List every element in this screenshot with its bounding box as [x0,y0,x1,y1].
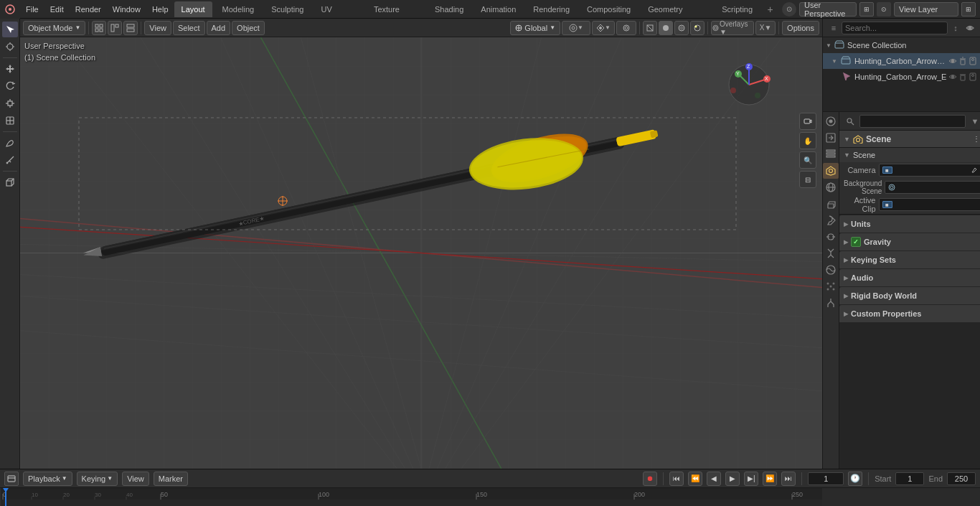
shading-solid[interactable] [659,21,673,35]
options-btn[interactable]: Options [782,21,819,35]
bg-scene-field[interactable] [885,181,980,194]
viewport-ctrl-hand[interactable]: ✋ [799,132,816,149]
prop-tab-data[interactable] [823,245,839,261]
tab-modeling[interactable]: Modeling [215,1,262,17]
view-layer-selector[interactable]: View Layer [894,2,958,17]
object-mode-dropdown[interactable]: Object Mode ▼ [23,21,85,35]
viewport-ctrl-unknown[interactable]: ⊟ [799,171,816,188]
proportional-edit-btn[interactable]: ▼ [616,21,636,35]
add-menu[interactable]: Add [207,21,231,35]
menu-edit[interactable]: Edit [44,0,70,19]
scene-section[interactable]: ▼ Scene ⋮ [839,131,980,148]
tab-geometry-nodes[interactable]: Geometry Nodes [641,1,712,17]
viewport-display-btn3[interactable] [123,21,138,35]
gravity-checkbox[interactable]: ✓ [851,237,861,247]
prev-keyframe-btn[interactable]: ⏪ [688,472,702,486]
prop-search-input[interactable] [859,115,966,128]
scene-sub-header[interactable]: ▼ Scene [839,148,980,162]
end-frame-input[interactable] [947,472,976,485]
prop-tab-constraint[interactable] [823,229,839,245]
tool-transform[interactable] [2,113,18,128]
menu-render[interactable]: Render [70,0,107,19]
playback-dropdown[interactable]: Playback ▼ [23,472,72,486]
tab-shading[interactable]: Shading [428,1,471,17]
shading-material[interactable] [674,21,689,35]
add-tab-button[interactable]: + [763,1,778,17]
view-layer-copy-btn[interactable]: ⊞ [961,2,976,17]
tab-compositing[interactable]: Compositing [580,1,638,17]
prop-tab-object[interactable] [823,196,839,212]
view-dropdown[interactable]: View [122,472,149,486]
prop-tab-scene[interactable] [823,163,839,179]
tool-measure[interactable] [2,152,18,168]
active-clip-field[interactable]: ■ [879,198,981,211]
tool-add-cube[interactable] [2,174,18,190]
viewport-ctrl-zoom[interactable]: 🔍 [799,151,816,169]
viewport-display-btn[interactable] [92,21,106,35]
timeline-track-area[interactable]: 0 50 100 150 200 250 10 20 30 40 [0,488,980,506]
scene-copy-btn[interactable]: ⊞ [859,2,874,17]
start-frame-input[interactable] [895,472,924,485]
frame-clock-btn[interactable]: 🕐 [848,472,862,486]
tab-rendering[interactable]: Rendering [526,1,577,17]
viewport-display-btn2[interactable] [108,21,122,35]
tool-annotate[interactable] [2,135,18,151]
keying-sets-section-header[interactable]: ▶ Keying Sets [839,251,980,268]
timeline-view-icon[interactable] [4,472,19,486]
viewport-3d[interactable]: Object Mode ▼ View Select Add Object Glo… [20,19,822,469]
units-section-header[interactable]: ▶ Units [839,215,980,233]
current-frame-input[interactable] [808,472,844,485]
marker-dropdown[interactable]: Marker [154,472,188,486]
rigid-body-section-header[interactable]: ▶ Rigid Body World [839,287,980,304]
custom-props-section-header[interactable]: ▶ Custom Properties [839,305,980,322]
prop-tab-output[interactable] [823,130,839,146]
viewport-canvas[interactable]: User Perspective (1) Scene Collection ★C… [20,37,822,469]
scene-selector[interactable]: User Perspective [799,2,857,17]
record-btn[interactable]: ⏺ [643,472,657,486]
tool-scale[interactable] [2,95,18,111]
tab-sculpting[interactable]: Sculpting [264,1,311,17]
prop-tab-material[interactable] [823,262,839,278]
prop-filter-btn[interactable]: ▼ [969,115,980,128]
audio-section-header[interactable]: ▶ Audio [839,269,980,286]
shading-wireframe[interactable] [643,21,657,35]
next-frame-btn[interactable]: ▶| [744,472,758,486]
prev-frame-btn[interactable]: ◀ [707,472,721,486]
view-menu[interactable]: View [144,21,171,35]
menu-file[interactable]: File [20,0,44,19]
camera-field[interactable]: ■ [879,164,981,177]
prop-tab-render[interactable] [823,113,839,129]
jump-to-start-btn[interactable]: ⏮ [669,472,684,486]
outliner-item-1[interactable]: Hunting_Carbon_Arrow_E [823,69,980,85]
navigation-gizmo[interactable]: X Y Z [727,63,771,108]
gravity-section-header[interactable]: ▶ ✓ Gravity [839,233,980,250]
jump-to-end-btn[interactable]: ⏭ [781,472,796,486]
tab-animation[interactable]: Animation [473,1,523,17]
prop-tab-particles[interactable] [823,278,839,294]
menu-window[interactable]: Window [107,0,146,19]
pivot-point-btn[interactable]: ▼ [562,21,590,35]
next-keyframe-btn[interactable]: ⏩ [763,472,777,486]
prop-tab-view-layer[interactable] [823,146,839,162]
prop-tab-physics[interactable] [823,295,839,311]
scene-options-btn[interactable]: ⋮ [971,134,980,144]
gizmos-btn[interactable]: X▼ [755,21,776,35]
prop-search-btn[interactable] [844,115,857,128]
tool-cursor[interactable] [2,39,18,55]
prop-tab-modifier[interactable] [823,212,839,228]
scene-collection-row[interactable]: ▼ Scene Collection [823,37,980,53]
tool-select[interactable] [2,22,18,37]
object-menu[interactable]: Object [232,21,265,35]
tool-move[interactable] [2,61,18,77]
outliner-search[interactable] [842,22,948,34]
outliner-visibility-btn[interactable] [963,22,976,34]
tab-layout[interactable]: Layout [174,1,212,17]
menu-help[interactable]: Help [146,0,174,19]
play-btn[interactable]: ▶ [725,472,740,486]
outliner-filter-btn[interactable]: ≡ [827,22,840,34]
tab-scripting[interactable]: Scripting [715,1,760,17]
snap-btn[interactable]: ▼ [592,21,615,35]
render-engine-icon[interactable]: ⊙ [782,2,796,17]
shading-rendered[interactable] [690,21,705,35]
overlays-btn[interactable]: Overlays ▼ [711,21,754,35]
